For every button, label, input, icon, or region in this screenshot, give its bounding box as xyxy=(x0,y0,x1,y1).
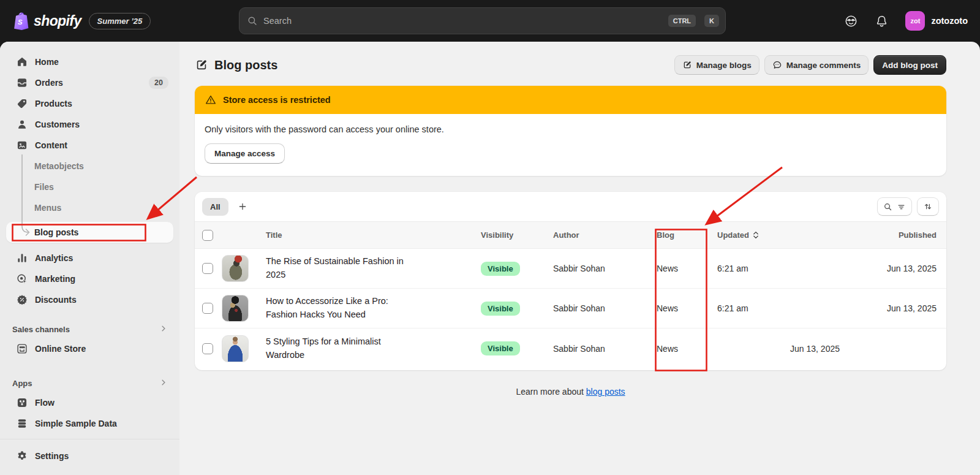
shopify-bag-icon: S xyxy=(12,11,29,31)
sidebar-item-home[interactable]: Home xyxy=(6,51,173,72)
visibility-badge: Visible xyxy=(481,341,520,355)
sidebar-item-menus[interactable]: Menus xyxy=(6,197,173,218)
edition-badge[interactable]: Summer ’25 xyxy=(89,13,151,29)
column-updated-label: Updated xyxy=(717,230,749,240)
notifications-bell-icon[interactable] xyxy=(875,14,889,28)
select-all-checkbox[interactable] xyxy=(202,230,213,241)
manage-blogs-button[interactable]: Manage blogs xyxy=(674,55,760,75)
sidebar-section-apps[interactable]: Apps xyxy=(6,374,173,392)
kbd-ctrl: CTRL xyxy=(668,15,696,27)
table-row[interactable]: The Rise of Sustainable Fashion in 2025 … xyxy=(195,249,946,289)
column-published[interactable]: Published xyxy=(850,230,946,240)
sidekick-icon[interactable] xyxy=(844,14,858,28)
manage-comments-button[interactable]: Manage comments xyxy=(764,55,869,75)
sidebar-item-label: Analytics xyxy=(35,253,73,263)
column-blog[interactable]: Blog xyxy=(648,230,709,240)
tab-all[interactable]: All xyxy=(202,198,228,216)
author-cell: Sabbir Sohan xyxy=(545,303,648,313)
table-row[interactable]: 5 Styling Tips for a Minimalist Wardrobe… xyxy=(195,329,946,368)
warning-triangle-icon xyxy=(205,94,217,106)
page-footer: Learn more about blog posts xyxy=(195,387,946,397)
comments-bubble-icon xyxy=(772,60,782,70)
orders-icon xyxy=(16,77,28,89)
sidebar-item-metaobjects[interactable]: Metaobjects xyxy=(6,156,173,177)
updated-cell: 6:21 am xyxy=(709,303,850,313)
sidebar-item-label: Marketing xyxy=(35,274,75,284)
table-row[interactable]: How to Accessorize Like a Pro: Fashion H… xyxy=(195,289,946,329)
sidebar-item-label: Discounts xyxy=(35,295,77,305)
banner-title: Store access is restricted xyxy=(223,95,331,105)
sidebar-item-orders[interactable]: Orders 20 xyxy=(6,72,173,93)
blog-cell: News xyxy=(648,264,709,273)
sidebar-item-content[interactable]: Content xyxy=(6,135,173,156)
brand-name: shopify xyxy=(34,13,81,29)
sidebar-item-analytics[interactable]: Analytics xyxy=(6,248,173,268)
post-title-link[interactable]: The Rise of Sustainable Fashion in 2025 xyxy=(266,255,416,282)
column-visibility[interactable]: Visibility xyxy=(472,230,545,240)
page-header: Blog posts Manage blogs Manage comments xyxy=(195,54,946,76)
analytics-bars-icon xyxy=(16,252,28,264)
sidebar-item-blog-posts[interactable]: Blog posts xyxy=(6,222,173,243)
blog-posts-help-link[interactable]: blog posts xyxy=(586,387,625,397)
post-title-link[interactable]: 5 Styling Tips for a Minimalist Wardrobe xyxy=(266,335,416,362)
sidebar-item-flow[interactable]: Flow xyxy=(6,392,173,413)
global-search[interactable]: CTRL K xyxy=(239,7,726,34)
flow-app-icon xyxy=(16,397,28,409)
section-label: Apps xyxy=(12,379,32,388)
sidebar-item-customers[interactable]: Customers xyxy=(6,114,173,135)
app-frame: Home Orders 20 Products Customers Conten… xyxy=(0,42,980,475)
row-checkbox[interactable] xyxy=(202,343,213,354)
sort-button[interactable] xyxy=(917,197,939,216)
column-title[interactable]: Title xyxy=(261,230,472,240)
page-title-text: Blog posts xyxy=(214,58,277,72)
brand-group: S shopify Summer ’25 xyxy=(12,0,151,42)
sidebar-section-sales-channels[interactable]: Sales channels xyxy=(6,320,173,338)
add-blog-post-button[interactable]: Add blog post xyxy=(873,55,946,75)
blog-cell: News xyxy=(648,344,709,354)
sidebar-item-files[interactable]: Files xyxy=(6,177,173,197)
banner-text: Only visitors with the password can acce… xyxy=(205,124,937,134)
sidebar-item-label: Products xyxy=(35,99,72,108)
search-input[interactable] xyxy=(263,16,663,26)
orders-count-badge: 20 xyxy=(149,77,168,89)
online-store-icon xyxy=(16,343,28,355)
section-label: Sales channels xyxy=(12,325,70,334)
marketing-target-icon xyxy=(16,273,28,285)
manage-access-button[interactable]: Manage access xyxy=(205,143,285,164)
published-cell: Jun 13, 2025 xyxy=(709,344,850,354)
search-filter-button[interactable] xyxy=(877,197,912,216)
search-icon xyxy=(883,202,892,211)
sidebar-bottom: Settings xyxy=(0,439,179,475)
published-cell: Jun 13, 2025 xyxy=(850,264,946,273)
row-checkbox[interactable] xyxy=(202,303,213,314)
customers-person-icon xyxy=(16,118,28,131)
sidebar-item-label: Settings xyxy=(35,451,69,461)
column-updated[interactable]: Updated xyxy=(709,230,850,240)
column-author[interactable]: Author xyxy=(545,230,648,240)
topbar: S shopify Summer ’25 CTRL K zot zotozoto xyxy=(0,0,980,42)
home-icon xyxy=(16,56,28,68)
post-title-link[interactable]: How to Accessorize Like a Pro: Fashion H… xyxy=(266,295,416,322)
sidebar-item-online-store[interactable]: Online Store xyxy=(6,338,173,359)
shopify-logo[interactable]: S shopify xyxy=(12,11,81,31)
sidebar-item-products[interactable]: Products xyxy=(6,93,173,114)
avatar: zot xyxy=(905,11,925,31)
username: zotozoto xyxy=(931,16,968,26)
sidebar-item-discounts[interactable]: Discounts xyxy=(6,289,173,310)
sidebar-item-label: Content xyxy=(35,140,67,150)
add-view-button[interactable] xyxy=(233,197,252,216)
chevron-right-icon xyxy=(160,379,167,388)
header-actions: Manage blogs Manage comments Add blog po… xyxy=(674,55,946,75)
svg-text:S: S xyxy=(18,18,23,26)
user-menu[interactable]: zot zotozoto xyxy=(905,11,968,31)
content-media-icon xyxy=(16,139,28,151)
filter-lines-icon xyxy=(897,202,906,211)
row-checkbox[interactable] xyxy=(202,263,213,274)
sidebar-item-label: Online Store xyxy=(35,344,86,354)
author-cell: Sabbir Sohan xyxy=(545,264,648,273)
sidebar-item-settings[interactable]: Settings xyxy=(6,446,173,466)
sidebar-item-simple-sample-data[interactable]: Simple Sample Data xyxy=(6,413,173,434)
sidebar-item-marketing[interactable]: Marketing xyxy=(6,268,173,289)
discounts-percent-icon xyxy=(16,294,28,306)
author-cell: Sabbir Sohan xyxy=(545,344,648,354)
